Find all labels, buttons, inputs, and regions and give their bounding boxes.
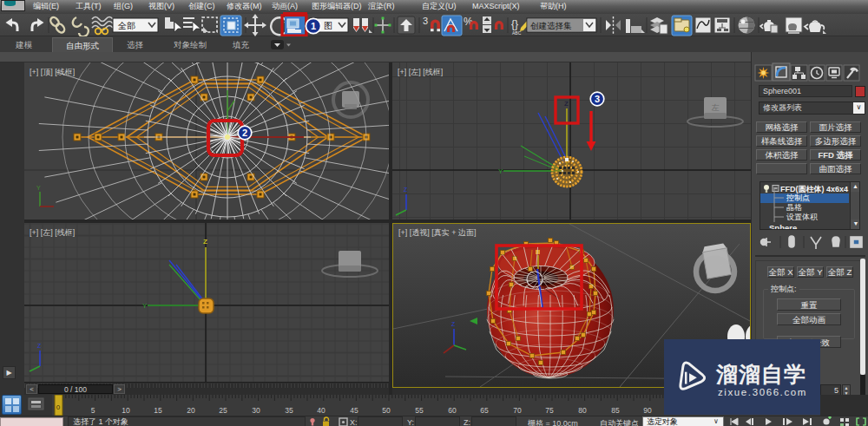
svg-text:Y: Y (36, 185, 41, 191)
svg-text:30: 30 (252, 406, 260, 415)
svg-text:Z: Z (451, 321, 456, 327)
svg-text:65: 65 (480, 406, 489, 415)
svg-text:创建选择集: 创建选择集 (530, 21, 572, 30)
svg-text:Z: Z (203, 238, 207, 246)
svg-text:15: 15 (154, 406, 162, 415)
svg-text:ABC: ABC (512, 30, 522, 36)
svg-text:10: 10 (122, 406, 130, 415)
svg-text:60: 60 (448, 406, 457, 415)
svg-text:70: 70 (513, 406, 522, 415)
svg-text:90: 90 (643, 406, 652, 415)
svg-text:3: 3 (423, 16, 428, 26)
svg-text:0: 0 (56, 403, 61, 411)
svg-text:85: 85 (611, 406, 620, 415)
svg-text:1: 1 (311, 21, 316, 31)
svg-text:5: 5 (91, 406, 95, 415)
svg-text:Y: Y (498, 167, 503, 175)
svg-text:Z: Z (564, 100, 569, 108)
svg-text:20: 20 (187, 406, 195, 415)
svg-text:图: 图 (324, 21, 332, 30)
svg-text:80: 80 (578, 406, 587, 415)
svg-text:2: 2 (242, 128, 247, 138)
svg-text:全部: 全部 (117, 21, 135, 30)
svg-text:25: 25 (219, 406, 227, 415)
svg-text:35: 35 (285, 406, 293, 415)
svg-text:50: 50 (382, 406, 391, 415)
svg-text:40: 40 (317, 406, 326, 415)
svg-text:Z: Z (404, 187, 408, 193)
svg-text:Z: Z (37, 343, 42, 349)
svg-text:55: 55 (415, 406, 424, 415)
svg-text:3: 3 (595, 94, 600, 104)
svg-text:75: 75 (545, 406, 554, 415)
svg-text:左: 左 (712, 103, 720, 112)
svg-text:Y: Y (142, 302, 148, 310)
svg-text:45: 45 (350, 406, 358, 415)
svg-text:{}: {} (511, 18, 518, 30)
